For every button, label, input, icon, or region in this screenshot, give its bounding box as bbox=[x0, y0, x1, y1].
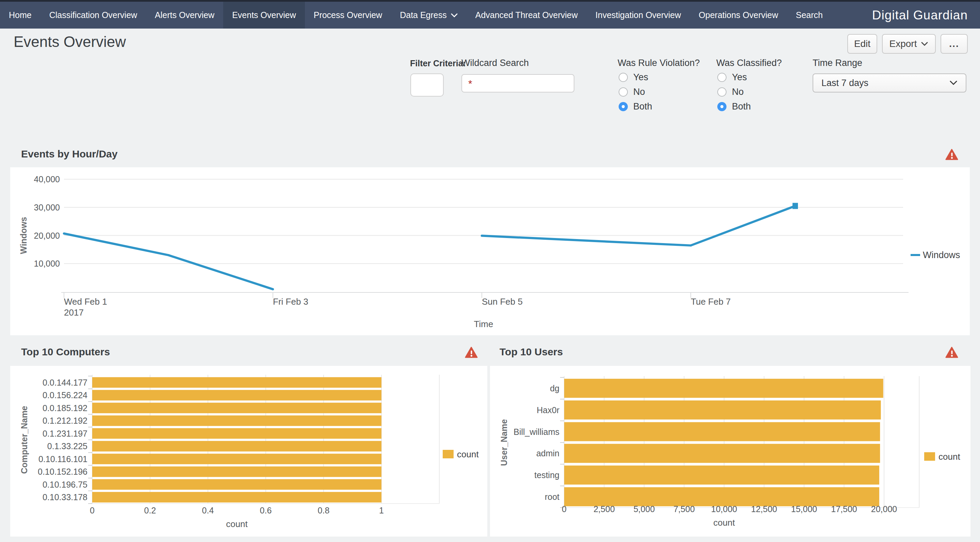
alert-triangle-icon[interactable] bbox=[945, 149, 958, 160]
svg-text:0.10.152.196: 0.10.152.196 bbox=[38, 467, 88, 476]
svg-text:0: 0 bbox=[90, 506, 95, 515]
svg-text:10,000: 10,000 bbox=[711, 504, 737, 514]
export-button[interactable]: Export bbox=[882, 34, 936, 54]
nav-item-classification-overview[interactable]: Classification Overview bbox=[40, 2, 146, 29]
svg-text:1: 1 bbox=[379, 506, 384, 515]
svg-text:0.4: 0.4 bbox=[202, 506, 214, 515]
svg-text:count: count bbox=[713, 518, 735, 528]
nav-item-label: Advanced Threat Overview bbox=[476, 10, 578, 20]
radio-unselected-icon bbox=[717, 73, 727, 82]
nav-item-label: Classification Overview bbox=[49, 10, 137, 20]
nav-items: HomeClassification OverviewAlerts Overvi… bbox=[0, 2, 832, 29]
svg-text:root: root bbox=[545, 492, 559, 502]
svg-text:2,500: 2,500 bbox=[593, 504, 615, 514]
bar-root bbox=[564, 487, 879, 506]
bar-admin bbox=[564, 444, 880, 463]
bar-0.0.185.192 bbox=[92, 403, 382, 413]
line-panel-title: Events by Hour/Day bbox=[21, 148, 118, 160]
nav-item-home[interactable]: Home bbox=[0, 2, 40, 29]
svg-text:10,000: 10,000 bbox=[34, 259, 60, 268]
nav-item-search[interactable]: Search bbox=[787, 2, 832, 29]
svg-text:40,000: 40,000 bbox=[34, 174, 60, 184]
edit-button-label: Edit bbox=[854, 38, 870, 49]
bar-0.1.33.225 bbox=[92, 441, 382, 452]
filter-criteria-input[interactable] bbox=[410, 73, 444, 97]
bar-0.0.144.177 bbox=[92, 377, 382, 388]
nav-item-label: Events Overview bbox=[232, 10, 296, 20]
svg-text:dg: dg bbox=[550, 384, 559, 393]
classified-radio-no[interactable]: No bbox=[717, 87, 751, 97]
more-options-button[interactable]: ... bbox=[940, 34, 968, 54]
chevron-down-icon bbox=[950, 81, 958, 86]
nav-item-alerts-overview[interactable]: Alerts Overview bbox=[146, 2, 223, 29]
top-10-computers-chart: 0.0.144.1770.0.156.2240.0.185.1920.1.212… bbox=[10, 366, 487, 537]
svg-text:20,000: 20,000 bbox=[871, 504, 897, 514]
edit-button[interactable]: Edit bbox=[847, 34, 877, 54]
nav-item-process-overview[interactable]: Process Overview bbox=[305, 2, 391, 29]
radio-label: No bbox=[633, 87, 645, 97]
bar-testing bbox=[564, 466, 879, 485]
nav-item-label: Operations Overview bbox=[698, 10, 778, 20]
svg-text:0.8: 0.8 bbox=[318, 506, 330, 515]
nav-item-advanced-threat-overview[interactable]: Advanced Threat Overview bbox=[466, 2, 587, 29]
svg-text:Hax0r: Hax0r bbox=[537, 405, 559, 415]
svg-text:Sun Feb 5: Sun Feb 5 bbox=[482, 296, 523, 307]
svg-text:30,000: 30,000 bbox=[34, 203, 60, 212]
more-options-label: ... bbox=[949, 38, 959, 49]
radio-label: No bbox=[732, 87, 744, 97]
bar-0.0.156.224 bbox=[92, 390, 382, 401]
svg-text:20,000: 20,000 bbox=[34, 231, 60, 240]
nav-item-label: Alerts Overview bbox=[155, 10, 215, 20]
nav-item-label: Data Egress bbox=[400, 10, 447, 20]
svg-text:Computer_Name: Computer_Name bbox=[19, 406, 29, 474]
svg-text:0.10.196.75: 0.10.196.75 bbox=[43, 480, 88, 489]
classified-radio-both[interactable]: Both bbox=[717, 101, 751, 111]
svg-text:5,000: 5,000 bbox=[633, 504, 655, 514]
computers-panel-title: Top 10 Computers bbox=[21, 346, 110, 358]
svg-text:testing: testing bbox=[534, 470, 559, 480]
time-range-select[interactable]: Last 7 days bbox=[813, 73, 966, 92]
bar-0.10.196.75 bbox=[92, 479, 382, 490]
page-title: Events Overview bbox=[14, 33, 126, 50]
radio-label: Both bbox=[633, 101, 652, 112]
bar-Bill_williams bbox=[564, 422, 880, 441]
wildcard-search-label: Wildcard Search bbox=[461, 58, 529, 68]
export-button-label: Export bbox=[889, 38, 917, 49]
bar-0.10.33.178 bbox=[92, 492, 382, 502]
svg-text:User_Name: User_Name bbox=[499, 419, 509, 466]
svg-text:17,500: 17,500 bbox=[831, 504, 857, 514]
svg-text:0.10.33.178: 0.10.33.178 bbox=[43, 492, 88, 502]
nav-item-investigation-overview[interactable]: Investigation Overview bbox=[587, 2, 690, 29]
svg-text:0.6: 0.6 bbox=[260, 506, 272, 515]
brand-logo: Digital Guardian bbox=[860, 2, 980, 29]
nav-item-operations-overview[interactable]: Operations Overview bbox=[690, 2, 787, 29]
bar-0.1.231.197 bbox=[92, 428, 382, 439]
bar-Hax0r bbox=[564, 401, 881, 420]
nav-item-label: Investigation Overview bbox=[595, 10, 681, 20]
classified-radio-yes[interactable]: Yes bbox=[717, 72, 751, 82]
alert-triangle-icon[interactable] bbox=[465, 347, 478, 358]
time-range-label: Time Range bbox=[813, 58, 862, 68]
svg-text:count: count bbox=[457, 449, 479, 460]
svg-text:0.0.185.192: 0.0.185.192 bbox=[43, 403, 88, 413]
rule-violation-radio-no[interactable]: No bbox=[619, 87, 652, 97]
radio-selected-icon bbox=[717, 102, 727, 111]
bar-0.10.152.196 bbox=[92, 466, 382, 477]
svg-text:15,000: 15,000 bbox=[791, 504, 817, 514]
svg-text:count: count bbox=[939, 452, 960, 462]
radio-unselected-icon bbox=[619, 87, 628, 97]
svg-text:0.0.144.177: 0.0.144.177 bbox=[43, 378, 88, 387]
svg-text:0.1.231.197: 0.1.231.197 bbox=[43, 429, 88, 438]
alert-triangle-icon[interactable] bbox=[945, 347, 958, 358]
nav-item-label: Process Overview bbox=[314, 10, 382, 20]
svg-text:0: 0 bbox=[562, 504, 566, 514]
rule-violation-radio-yes[interactable]: Yes bbox=[619, 72, 652, 82]
filter-criteria-label: Filter Criteria: bbox=[410, 59, 466, 68]
nav-item-events-overview[interactable]: Events Overview bbox=[223, 2, 305, 29]
wildcard-search-input[interactable] bbox=[461, 74, 574, 92]
rule-violation-radio-both[interactable]: Both bbox=[619, 101, 652, 111]
radio-selected-icon bbox=[619, 102, 628, 111]
radio-unselected-icon bbox=[717, 87, 727, 97]
nav-item-data-egress[interactable]: Data Egress bbox=[391, 2, 466, 29]
top-10-computers-panel: 0.0.144.1770.0.156.2240.0.185.1920.1.212… bbox=[10, 366, 487, 537]
